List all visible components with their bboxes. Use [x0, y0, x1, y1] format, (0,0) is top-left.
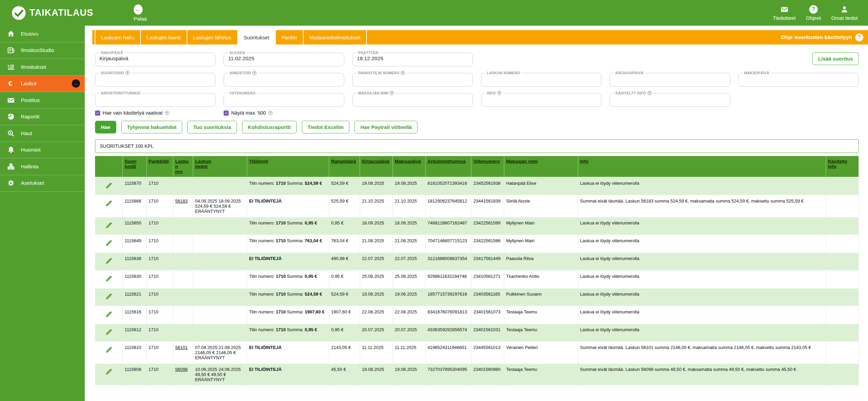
column-header-käsitelty-info[interactable]: Käsitelty info — [826, 156, 859, 177]
invoice-link[interactable]: 56098 — [175, 367, 188, 372]
column-header-rahamäärä[interactable]: Rahamäärä — [329, 156, 360, 177]
field-help-icon[interactable]: ? — [497, 91, 501, 95]
hakupaiva-input[interactable] — [99, 55, 211, 62]
edit-suoritus-button[interactable] — [105, 328, 112, 337]
checkbox-help-icon[interactable]: ? — [268, 111, 272, 115]
import-suoritukset-button[interactable]: Tuo suorituksia — [187, 121, 237, 133]
checkbox-label: Näytä max. 500 — [231, 110, 266, 116]
cell-maksajan-nimi: Testaaja Teemu — [504, 363, 578, 385]
excel-export-button[interactable]: Tiedot Exceliin — [302, 121, 350, 133]
back-button[interactable]: ← Palaa — [134, 4, 147, 22]
edit-suoritus-button[interactable] — [105, 222, 112, 230]
sidebar-item-postitus[interactable]: Postitus — [0, 92, 85, 109]
cell-arkistointitunnus: 8181052071393416 — [425, 177, 471, 195]
tab-laskujen-l-hetys[interactable]: Laskujen lähetys — [187, 30, 238, 44]
laskun-numero-input[interactable] — [485, 75, 597, 82]
tab-laskujen-luonti[interactable]: Laskujen luonti — [141, 30, 187, 44]
search-button[interactable]: Hae — [95, 121, 116, 133]
nav-label: Omat tiedot — [831, 15, 858, 21]
cell-laskun-tiedot — [193, 306, 247, 324]
paytrail-search-button[interactable]: Hae Paytrail viitteellä — [355, 121, 417, 133]
checkbox-vaativat[interactable]: ✓ Hae vain käsittelyä vaativat ? — [95, 110, 215, 116]
sidebar-item-haut[interactable]: Haut — [0, 125, 85, 142]
sidebar-item-label: Etusivu — [21, 31, 38, 37]
tab-vastaanottoilmoitukset[interactable]: Vastaanottoilmoitukset — [304, 30, 367, 44]
field-label: ARKISTOINTITUNNUS — [101, 91, 141, 95]
cell-laskun-nro — [173, 177, 193, 195]
sidebar-item-laskut[interactable]: €Laskut→ — [0, 76, 85, 92]
sidebar-item-ilmoitukset[interactable]: Ilmoitukset — [0, 59, 85, 76]
edit-suoritus-button[interactable] — [105, 182, 112, 191]
column-header-arkistointitunnus[interactable]: Arkistointitunnus — [425, 156, 471, 177]
cell-viitenumero: 23422561586 — [471, 235, 504, 253]
cell-viitenumero: 23422561599 — [471, 217, 504, 235]
tab-pankki[interactable]: Pankki — [276, 30, 304, 44]
nav-ohjeet[interactable]: ? Ohjeet — [806, 5, 821, 21]
edit-suoritus-button[interactable] — [105, 293, 112, 301]
cell-arkistointitunnus: 7488128607162487 — [425, 217, 471, 235]
clear-filters-button[interactable]: Tyhjennä hakuehdot — [121, 121, 183, 133]
kasitelty-info-input[interactable] — [614, 95, 725, 102]
add-suoritus-button[interactable]: Lisää suoritus — [812, 52, 859, 65]
field-help-icon[interactable]: ? — [125, 71, 130, 75]
alkaen-input[interactable] — [228, 55, 339, 62]
edit-suoritus-button[interactable] — [105, 368, 112, 377]
sidebar-item-etusivu[interactable]: Etusivu — [0, 26, 85, 42]
column-header-kirjauspäivä[interactable]: Kirjauspäivä — [360, 156, 392, 177]
edit-suoritus-button[interactable] — [105, 200, 112, 208]
tab-laskujen-haku[interactable]: Laskujen haku — [95, 30, 141, 44]
checkbox-nayta-max[interactable]: ✓ Näytä max. 500 ? — [224, 110, 344, 116]
kohdistusraportti-button[interactable]: Kohdistusraportti — [242, 121, 297, 133]
nav-omat-tiedot[interactable]: Omat tiedot — [831, 5, 858, 21]
column-header-laskun-tiedot[interactable]: Laskun tiedot — [193, 156, 247, 177]
sidebar-item-huomiot[interactable]: Huomiot — [0, 142, 85, 159]
nav-tiedotteet[interactable]: Tiedotteet — [773, 5, 796, 21]
edit-suoritus-button[interactable] — [105, 346, 112, 355]
edit-suoritus-button[interactable] — [105, 257, 112, 266]
cell-tilioinnit: EI TILIÖINTEJÄ — [247, 363, 329, 385]
cell-tilioinnit: Tilin numero: 1710 Summa: 0,95 € — [247, 324, 329, 341]
pankkitilin-numero-input[interactable] — [357, 75, 468, 82]
field-help-icon[interactable]: ? — [647, 91, 652, 95]
sidebar-item-asetukset[interactable]: Asetukset — [0, 175, 85, 192]
aineistoid-input[interactable] — [228, 75, 339, 82]
suoritus-row: 11156161710Tilin numero: 1710 Summa: 190… — [95, 306, 859, 324]
column-header-suori-tusid[interactable]: Suori tusID — [122, 156, 146, 177]
cell-pankkitili: 1710 — [146, 306, 173, 324]
cell-maksajan-nimi: Paavola Ritva — [504, 253, 578, 270]
kirjauspaiva-input[interactable] — [614, 75, 725, 82]
column-header-laskun-nro[interactable]: Laskun nro — [173, 156, 193, 177]
sidebar-item-raportit[interactable]: Raportit — [0, 109, 85, 126]
edit-suoritus-button[interactable] — [105, 275, 112, 284]
column-header-maksajan-nimi[interactable]: Maksajan nimi — [504, 156, 578, 177]
edit-suoritus-button[interactable] — [105, 240, 112, 248]
column-header-tiliöinnit[interactable]: Tiliöinnit — [247, 156, 329, 177]
checkbox-help-icon[interactable]: ? — [165, 111, 169, 115]
field-help-icon[interactable]: ? — [401, 71, 405, 75]
suoritukset-help-link[interactable]: Ohje suoritusten käsittelyyn? — [781, 30, 868, 44]
sidebar-item-hallinta[interactable]: Hallinta — [0, 158, 85, 175]
maksajan-nimi-input[interactable] — [357, 95, 468, 102]
sidebar-item-ilmoitusstudio[interactable]: IlmoitusStudio — [0, 42, 85, 59]
tab-suoritukset[interactable]: Suoritukset — [238, 30, 276, 44]
invoice-link[interactable]: 56183 — [175, 198, 188, 204]
open-section-arrow-icon[interactable]: → — [72, 79, 80, 88]
column-header-pankkitili[interactable]: Pankkitili — [146, 156, 173, 177]
field-help-icon[interactable]: ? — [390, 91, 394, 95]
arkistointitunnus-input[interactable] — [99, 95, 211, 102]
viitenumero-input[interactable] — [228, 95, 339, 102]
bell-icon — [7, 146, 15, 154]
column-header-info[interactable]: Info — [578, 156, 826, 177]
invoice-link[interactable]: 56101 — [175, 345, 188, 350]
column-header-maksupäivä[interactable]: Maksupäivä — [392, 156, 425, 177]
paattyen-input[interactable] — [357, 55, 468, 62]
edit-suoritus-button[interactable] — [105, 311, 112, 319]
column-header-viitenumero[interactable]: Viitenumero — [471, 156, 504, 177]
cell-edit — [95, 363, 122, 385]
maksupaiva-input[interactable] — [743, 75, 854, 82]
field-help-icon[interactable]: ? — [252, 71, 256, 75]
field-label: INFO — [487, 91, 496, 95]
suoritusid-input[interactable] — [99, 75, 211, 82]
cell-suoritusid: 1115666 — [122, 195, 146, 217]
info-input[interactable] — [485, 95, 597, 102]
